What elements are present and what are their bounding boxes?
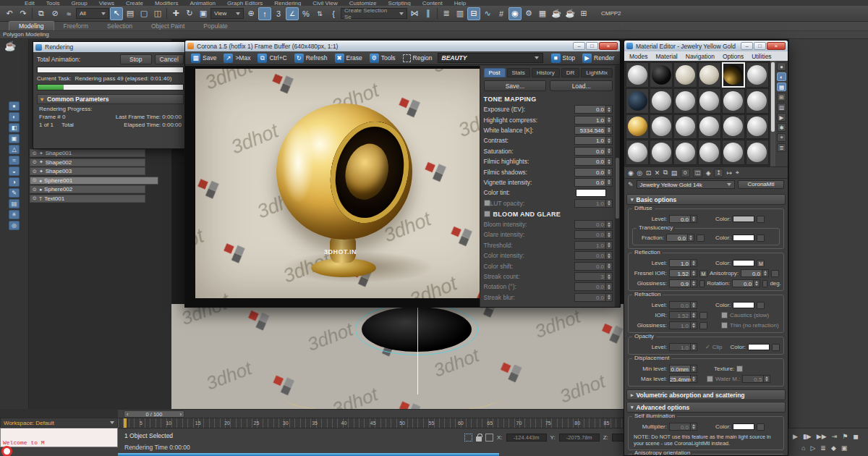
menu-help[interactable]: Help	[454, 0, 466, 6]
material-slot-selected[interactable]	[722, 62, 745, 88]
menu-animation[interactable]: Animation	[190, 0, 216, 6]
translucency-map-button[interactable]	[757, 235, 765, 242]
show-end-result-icon[interactable]: ◈	[706, 169, 711, 177]
render-setup-icon[interactable]: ⚙	[522, 7, 535, 20]
material-slot[interactable]	[650, 88, 673, 114]
strip-icon-12[interactable]: ◎	[9, 221, 20, 230]
put-to-library-icon[interactable]: ▤	[671, 169, 678, 177]
anisotropy-spinner[interactable]: 0.0	[741, 269, 769, 277]
scrollbar-thumb[interactable]	[771, 62, 775, 132]
opacity-level-spinner[interactable]: 1.0	[669, 343, 697, 351]
color-tint-swatch[interactable]	[576, 189, 606, 197]
curve-editor-icon[interactable]: ∿	[481, 7, 494, 20]
vignette-intensity-spinner[interactable]: 0.0	[574, 178, 613, 187]
list-item[interactable]: ⊙ ✦ Shape002	[30, 159, 145, 166]
maxscript-mini-listener[interactable]: Welcome to M	[0, 428, 118, 447]
set-key-icon[interactable]: ▷	[810, 444, 815, 452]
refraction-glossiness-map-button[interactable]	[699, 322, 707, 329]
opacity-map-button[interactable]	[772, 344, 780, 351]
max-level-spinner[interactable]: 25.4mm	[669, 375, 697, 383]
self-illum-color-swatch[interactable]	[733, 423, 754, 430]
contrast-spinner[interactable]: 1.0	[574, 136, 613, 145]
pivot-center-icon[interactable]: ⊕	[244, 7, 258, 20]
polygon-modeling-panel[interactable]: Polygon Modeling	[0, 31, 868, 39]
refraction-level-spinner[interactable]: 0.0	[669, 301, 697, 309]
fraction-spinner[interactable]: 0.0	[666, 234, 694, 242]
select-by-name-icon[interactable]: ▤	[124, 7, 137, 20]
reflection-color-map-button[interactable]: M	[757, 260, 765, 267]
fresnel-ior-spinner[interactable]: 1.52	[669, 269, 697, 277]
go-to-end-icon[interactable]: ⇥	[832, 433, 838, 440]
stop-button[interactable]: Stop	[120, 54, 152, 64]
clip-check-icon[interactable]: ✓	[705, 344, 710, 350]
spinner-arrows-icon[interactable]	[606, 282, 613, 291]
vfb-refresh-button[interactable]: ↻ Refresh	[292, 53, 330, 64]
diffuse-map-button[interactable]	[757, 216, 765, 223]
select-link-icon[interactable]: ⧉	[35, 7, 48, 20]
list-item[interactable]: ⊙ ✦ Shape003	[30, 167, 145, 175]
eye-icon[interactable]: ⊙	[33, 159, 37, 165]
material-slot[interactable]	[746, 140, 769, 165]
material-slot[interactable]	[698, 140, 721, 165]
timeline-cursor[interactable]	[124, 418, 127, 428]
menu-material[interactable]: Material	[656, 53, 678, 60]
vfb-titlebar[interactable]: Corona 1.5 (hotfix 1) Frame Buffer (640x…	[185, 41, 620, 51]
window-crossing-icon[interactable]: ◫	[151, 7, 164, 20]
advanced-options-rollout[interactable]: ▾ Advanced options	[626, 402, 786, 413]
fraction-map-button[interactable]	[697, 235, 705, 242]
common-parameters-rollout[interactable]: ▾ Common Parameters	[37, 94, 184, 104]
tab-dr[interactable]: DR	[561, 68, 580, 77]
tab-freeform[interactable]: Freeform	[54, 22, 98, 30]
key-mode-icon[interactable]: ⚑	[842, 433, 848, 440]
channel-dropdown[interactable]: BEAUTY	[438, 53, 543, 63]
tab-populate[interactable]: Populate	[194, 22, 237, 30]
menu-civil-view[interactable]: Civil View	[312, 0, 338, 6]
material-slot[interactable]	[673, 114, 697, 140]
anisotropy-map-button[interactable]	[771, 270, 779, 277]
make-preview-icon[interactable]: ▶	[777, 113, 786, 122]
material-slot[interactable]	[650, 62, 673, 88]
material-name-dropdown[interactable]: Jewelry Yellow Gold 14k	[637, 180, 735, 189]
ior-map-button[interactable]	[699, 312, 707, 319]
spinner-arrows-icon[interactable]	[606, 230, 613, 239]
material-slot[interactable]	[698, 88, 721, 114]
spinner-arrows-icon[interactable]	[606, 199, 613, 208]
strip-icon-2[interactable]: ◐	[9, 112, 20, 122]
spinner-arrows-icon[interactable]	[764, 375, 770, 383]
coord-system-dropdown[interactable]: View	[210, 8, 244, 19]
streak-blur-spinner[interactable]: 0.0	[574, 293, 613, 302]
tab-history[interactable]: History	[532, 68, 560, 77]
color-intensity-spinner[interactable]: 0.0	[574, 251, 613, 260]
ior-spinner[interactable]: 1.52	[669, 311, 697, 319]
ribbon-toggle-icon[interactable]: ⊟	[467, 7, 480, 20]
play-selected-icon[interactable]: ▮▶	[803, 433, 812, 440]
spinner-arrows-icon[interactable]	[606, 116, 613, 124]
bloom-glare-checkbox[interactable]	[484, 211, 490, 217]
vfb-scrollbar[interactable]	[615, 66, 620, 307]
render-shortcut-icon[interactable]: ☕	[4, 41, 16, 51]
rotation-spinner[interactable]: 0.0	[574, 282, 613, 291]
water-level-spinner[interactable]: 0.5	[742, 375, 770, 383]
spinner-arrows-icon[interactable]	[606, 262, 613, 271]
list-item[interactable]: ⊙ ● Sphere002	[30, 185, 145, 193]
menu-rendering[interactable]: Rendering	[274, 0, 301, 6]
basic-options-rollout[interactable]: ▾ Basic options	[626, 194, 786, 205]
eye-icon[interactable]: ⊙	[33, 195, 37, 201]
eye-icon[interactable]: ⊙	[33, 169, 37, 174]
list-item-selected[interactable]: ⊙ ● Sphere001	[30, 177, 158, 185]
spinner-arrows-icon[interactable]	[691, 311, 697, 319]
sample-tiling-icon[interactable]: ⊞	[777, 93, 786, 101]
spinner-arrows-icon[interactable]	[691, 321, 697, 329]
saturation-spinner[interactable]: 0.0	[574, 147, 613, 156]
lut-spinner[interactable]: 1.0	[574, 199, 613, 208]
material-slot[interactable]	[673, 140, 697, 165]
tab-stats[interactable]: Stats	[507, 68, 530, 77]
align-icon[interactable]: ∥	[422, 7, 435, 20]
eye-icon[interactable]: ⊙	[33, 151, 37, 156]
post-save-button[interactable]: Save...	[484, 80, 547, 91]
tab-modeling[interactable]: Modeling	[9, 21, 54, 30]
material-slot[interactable]	[746, 114, 769, 140]
spinner-arrows-icon[interactable]	[606, 251, 613, 260]
x-coordinate-field[interactable]: -124.443m	[506, 434, 547, 442]
me-titlebar[interactable]: Material Editor - Jewelry Yellow Gold 14…	[624, 41, 788, 51]
